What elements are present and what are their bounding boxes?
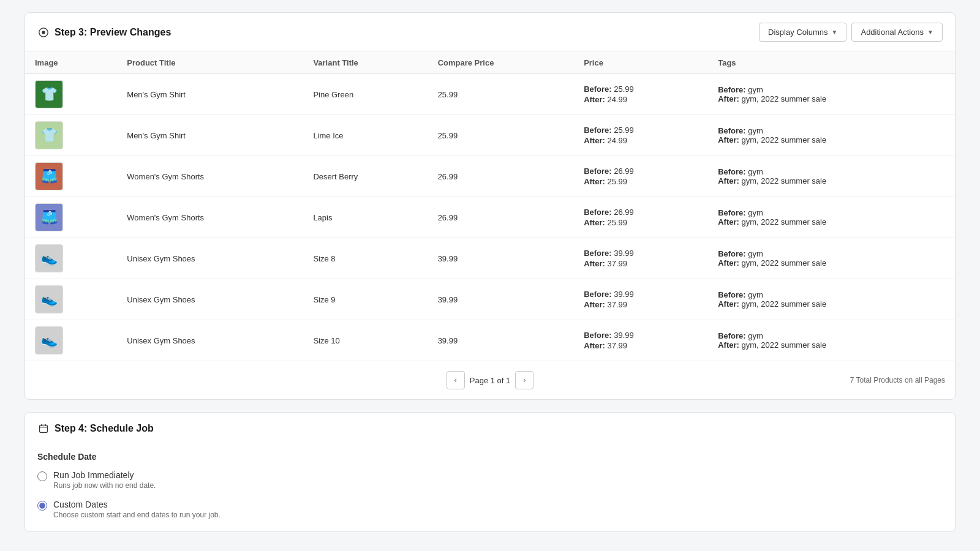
step4-title: Step 4: Schedule Job bbox=[37, 422, 154, 435]
cell-product-title: Unisex Gym Shoes bbox=[117, 238, 303, 279]
radio-option-custom-dates: Custom DatesChoose custom start and end … bbox=[37, 500, 943, 519]
cell-product-title: Unisex Gym Shoes bbox=[117, 279, 303, 320]
radio-group: Run Job ImmediatelyRuns job now with no … bbox=[37, 470, 943, 519]
cell-variant-title: Lapis bbox=[303, 197, 428, 238]
cell-price: Before: 25.99After: 24.99 bbox=[574, 115, 708, 156]
tags-after: After: gym, 2022 summer sale bbox=[718, 217, 945, 227]
table-body: 👕Men's Gym ShirtPine Green25.99Before: 2… bbox=[25, 74, 955, 361]
price-before: Before: 39.99 bbox=[584, 249, 698, 258]
cell-image: 👟 bbox=[25, 320, 117, 361]
table-row: 👕Men's Gym ShirtLime Ice25.99Before: 25.… bbox=[25, 115, 955, 156]
cell-compare-price: 26.99 bbox=[428, 156, 575, 197]
tags-before: Before: gym bbox=[718, 208, 945, 217]
price-before: Before: 25.99 bbox=[584, 126, 698, 135]
additional-actions-chevron-icon: ▼ bbox=[927, 29, 933, 36]
tags-before: Before: gym bbox=[718, 126, 945, 135]
cell-variant-title: Size 10 bbox=[303, 320, 428, 361]
svg-point-1 bbox=[42, 31, 45, 34]
table-row: 🩳Women's Gym ShortsDesert Berry26.99Befo… bbox=[25, 156, 955, 197]
next-page-button[interactable]: › bbox=[515, 371, 533, 389]
price-after: After: 25.99 bbox=[584, 177, 698, 186]
step3-header: Step 3: Preview Changes Display Columns … bbox=[25, 13, 955, 52]
tags-before: Before: gym bbox=[718, 167, 945, 176]
price-before: Before: 39.99 bbox=[584, 290, 698, 299]
radio-content-custom-dates: Custom DatesChoose custom start and end … bbox=[53, 500, 221, 519]
cell-compare-price: 39.99 bbox=[428, 279, 575, 320]
table-header-row: Image Product Title Variant Title Compar… bbox=[25, 52, 955, 74]
total-label: 7 Total Products on all Pages bbox=[850, 376, 945, 384]
col-compare-price: Compare Price bbox=[428, 52, 575, 74]
price-after: After: 24.99 bbox=[584, 136, 698, 145]
col-tags: Tags bbox=[708, 52, 955, 74]
step4-header: Step 4: Schedule Job bbox=[25, 413, 955, 440]
tags-before: Before: gym bbox=[718, 331, 945, 340]
additional-actions-button[interactable]: Additional Actions ▼ bbox=[851, 23, 943, 42]
tags-after: After: gym, 2022 summer sale bbox=[718, 258, 945, 268]
table-row: 👕Men's Gym ShirtPine Green25.99Before: 2… bbox=[25, 74, 955, 115]
tags-after: After: gym, 2022 summer sale bbox=[718, 176, 945, 186]
price-before: Before: 26.99 bbox=[584, 167, 698, 176]
cell-price: Before: 39.99After: 37.99 bbox=[574, 320, 708, 361]
table-row: 👟Unisex Gym ShoesSize 839.99Before: 39.9… bbox=[25, 238, 955, 279]
cell-price: Before: 26.99After: 25.99 bbox=[574, 197, 708, 238]
radio-title-run-immediately: Run Job Immediately bbox=[53, 470, 156, 480]
price-after: After: 37.99 bbox=[584, 341, 698, 350]
cell-compare-price: 39.99 bbox=[428, 238, 575, 279]
cell-price: Before: 39.99After: 37.99 bbox=[574, 279, 708, 320]
col-image: Image bbox=[25, 52, 117, 74]
cell-compare-price: 25.99 bbox=[428, 74, 575, 115]
page-label: Page 1 of 1 bbox=[470, 376, 511, 385]
tags-before: Before: gym bbox=[718, 290, 945, 299]
cell-image: 👕 bbox=[25, 74, 117, 115]
cell-variant-title: Size 9 bbox=[303, 279, 428, 320]
cell-tags: Before: gymAfter: gym, 2022 summer sale bbox=[708, 320, 955, 361]
cell-image: 🩳 bbox=[25, 156, 117, 197]
tags-after: After: gym, 2022 summer sale bbox=[718, 135, 945, 144]
price-after: After: 24.99 bbox=[584, 95, 698, 104]
cell-product-title: Unisex Gym Shoes bbox=[117, 320, 303, 361]
tags-after: After: gym, 2022 summer sale bbox=[718, 94, 945, 103]
cell-compare-price: 26.99 bbox=[428, 197, 575, 238]
step4-body: Schedule Date Run Job ImmediatelyRuns jo… bbox=[25, 440, 955, 531]
tags-before: Before: gym bbox=[718, 85, 945, 94]
cell-tags: Before: gymAfter: gym, 2022 summer sale bbox=[708, 156, 955, 197]
price-before: Before: 25.99 bbox=[584, 84, 698, 94]
tags-after: After: gym, 2022 summer sale bbox=[718, 299, 945, 309]
cell-image: 👟 bbox=[25, 238, 117, 279]
cell-compare-price: 25.99 bbox=[428, 115, 575, 156]
radio-custom-dates[interactable] bbox=[37, 501, 47, 511]
price-after: After: 37.99 bbox=[584, 259, 698, 268]
radio-desc-custom-dates: Choose custom start and end dates to run… bbox=[53, 511, 221, 519]
prev-page-button[interactable]: ‹ bbox=[447, 371, 465, 389]
table-row: 🩳Women's Gym ShortsLapis26.99Before: 26.… bbox=[25, 197, 955, 238]
cell-tags: Before: gymAfter: gym, 2022 summer sale bbox=[708, 74, 955, 115]
price-before: Before: 39.99 bbox=[584, 331, 698, 340]
cell-tags: Before: gymAfter: gym, 2022 summer sale bbox=[708, 238, 955, 279]
cell-image: 👟 bbox=[25, 279, 117, 320]
step3-title: Step 3: Preview Changes bbox=[37, 26, 171, 39]
step3-toolbar: Display Columns ▼ Additional Actions ▼ bbox=[759, 23, 943, 42]
step3-card: Step 3: Preview Changes Display Columns … bbox=[24, 12, 956, 400]
cell-tags: Before: gymAfter: gym, 2022 summer sale bbox=[708, 115, 955, 156]
cell-variant-title: Desert Berry bbox=[303, 156, 428, 197]
schedule-date-label: Schedule Date bbox=[37, 452, 943, 462]
cell-variant-title: Lime Ice bbox=[303, 115, 428, 156]
preview-table: Image Product Title Variant Title Compar… bbox=[25, 52, 955, 361]
radio-content-run-immediately: Run Job ImmediatelyRuns job now with no … bbox=[53, 470, 156, 490]
cell-price: Before: 26.99After: 25.99 bbox=[574, 156, 708, 197]
cell-tags: Before: gymAfter: gym, 2022 summer sale bbox=[708, 197, 955, 238]
cell-compare-price: 39.99 bbox=[428, 320, 575, 361]
svg-rect-2 bbox=[40, 425, 48, 432]
cell-image: 👕 bbox=[25, 115, 117, 156]
display-columns-button[interactable]: Display Columns ▼ bbox=[759, 23, 846, 42]
table-row: 👟Unisex Gym ShoesSize 939.99Before: 39.9… bbox=[25, 279, 955, 320]
radio-run-immediately[interactable] bbox=[37, 471, 47, 481]
cell-product-title: Men's Gym Shirt bbox=[117, 115, 303, 156]
tags-after: After: gym, 2022 summer sale bbox=[718, 340, 945, 350]
radio-title-custom-dates: Custom Dates bbox=[53, 500, 221, 509]
display-columns-chevron-icon: ▼ bbox=[832, 29, 838, 36]
price-after: After: 25.99 bbox=[584, 218, 698, 227]
price-before: Before: 26.99 bbox=[584, 208, 698, 217]
cell-tags: Before: gymAfter: gym, 2022 summer sale bbox=[708, 279, 955, 320]
cell-variant-title: Size 8 bbox=[303, 238, 428, 279]
